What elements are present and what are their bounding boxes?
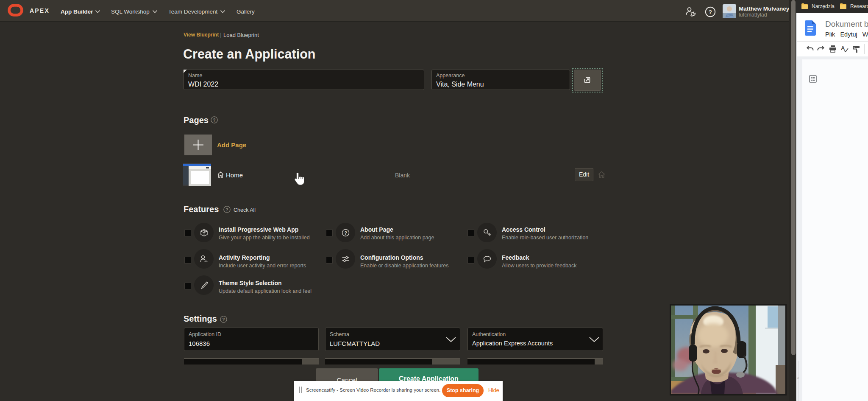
svg-text:?: ? [213,118,215,123]
svg-text:?: ? [344,230,347,236]
svg-text:?: ? [225,207,228,212]
svg-text:?: ? [222,317,225,322]
svg-text:?: ? [709,9,712,15]
